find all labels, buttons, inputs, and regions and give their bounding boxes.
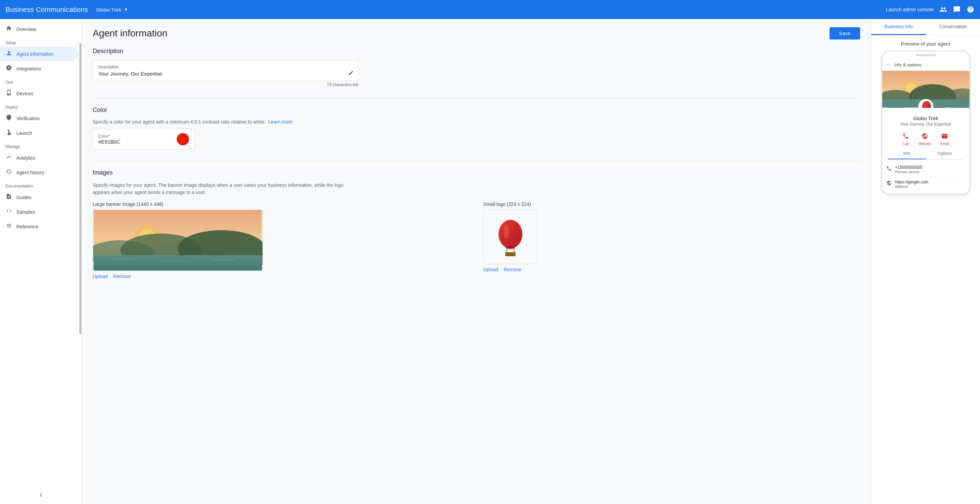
email-icon — [941, 133, 948, 141]
sidebar-item-overview[interactable]: Overview — [0, 22, 79, 36]
sidebar-item-samples[interactable]: Samples — [0, 204, 79, 219]
email-label: Email — [940, 142, 949, 146]
people-icon[interactable] — [939, 5, 947, 14]
banner-upload-section: Large banner image (1440 x 448) — [92, 201, 469, 279]
description-section: Description Description Your Journey, Ou… — [92, 48, 860, 87]
color-subtitle: Specify a color for your agent with a mi… — [92, 119, 860, 125]
app-title: Business Communications — [5, 6, 88, 14]
sidebar-label-agent-information: Agent information — [16, 51, 54, 57]
shield-icon — [5, 114, 12, 122]
help-icon[interactable] — [966, 5, 975, 14]
phone-notch — [916, 54, 936, 56]
top-nav: Business Communications Globo Trek ▼ Lau… — [0, 0, 980, 19]
images-grid: Large banner image (1440 x 448) — [92, 201, 860, 279]
svg-point-13 — [504, 225, 509, 239]
images-subtitle: Specify images for your agent. The banne… — [92, 182, 358, 196]
logo-upload-link[interactable]: Upload — [483, 267, 498, 272]
website-icon — [921, 133, 928, 141]
logo-preview — [483, 210, 538, 264]
color-learn-more-link[interactable]: Learn more — [268, 119, 293, 125]
description-box[interactable]: Description Your Journey, Our Expertise — [92, 60, 358, 81]
banner-upload-link[interactable]: Upload — [92, 274, 108, 279]
preview-tabs: Business info Conversation — [871, 19, 980, 35]
color-input-wrapper[interactable]: Color* #E91B0C — [92, 128, 195, 150]
color-section: Color Specify a color for your agent wit… — [92, 106, 860, 150]
logo-remove-link[interactable]: Remove — [504, 267, 521, 272]
images-section-title: Images — [92, 169, 860, 176]
phone-actions: Call Website Email — [882, 130, 969, 148]
phone-mockup: ← Info & options — [881, 51, 970, 195]
phone-banner — [882, 70, 969, 108]
sidebar-item-integrations[interactable]: Integrations — [0, 61, 79, 76]
brand-selector[interactable]: Globo Trek ▼ — [96, 7, 128, 13]
preview-panel: Business info Conversation Preview of yo… — [871, 19, 980, 504]
tab-conversation[interactable]: Conversation — [926, 19, 980, 35]
scroll-indicator — [80, 43, 81, 334]
phone-action-email[interactable]: Email — [940, 133, 949, 146]
tab-business-info[interactable]: Business info — [871, 19, 926, 35]
launch-admin-link[interactable]: Launch admin console — [886, 7, 934, 12]
svg-point-30 — [924, 103, 926, 108]
svg-point-12 — [498, 220, 522, 249]
setup-section-label: Setup — [0, 36, 81, 47]
sidebar-label-reference: Reference — [16, 224, 38, 229]
banner-preview — [92, 210, 263, 271]
chat-icon[interactable] — [953, 5, 961, 14]
phone-action-website[interactable]: Website — [919, 133, 931, 146]
banner-remove-link[interactable]: Remove — [113, 274, 131, 279]
banner-label: Large banner image (1440 x 448) — [92, 201, 469, 207]
sidebar-item-analytics[interactable]: Analytics — [0, 151, 79, 165]
back-arrow-icon: ← — [886, 62, 892, 68]
sidebar-item-devices[interactable]: Devices — [0, 86, 79, 101]
phone-action-call[interactable]: Call — [902, 133, 909, 146]
integrations-icon — [5, 65, 12, 73]
phone-info-row-phone: +15555555555 Primary phone — [886, 162, 966, 177]
description-section-title: Description — [92, 48, 860, 55]
call-label: Call — [903, 142, 908, 146]
sidebar-item-reference[interactable]: Reference — [0, 219, 79, 234]
svg-line-15 — [506, 248, 507, 252]
reference-icon — [5, 223, 12, 230]
color-value: #E91B0C — [99, 139, 120, 145]
banner-actions: Upload Remove — [92, 274, 469, 279]
sidebar-label-samples: Samples — [16, 209, 35, 215]
page-header: Agent information Save — [92, 27, 860, 40]
save-button[interactable]: Save — [829, 27, 860, 40]
analytics-icon — [5, 154, 12, 162]
main-layout: Overview Setup Agent information Integra… — [0, 19, 980, 504]
description-counter: 73 characters left — [92, 82, 358, 87]
svg-rect-7 — [94, 255, 262, 271]
sidebar-item-guides[interactable]: Guides — [0, 190, 79, 204]
sidebar-label-guides: Guides — [16, 195, 31, 200]
color-section-title: Color — [92, 106, 860, 114]
sidebar-label-agent-history: Agent history — [16, 170, 44, 175]
devices-icon — [5, 89, 12, 97]
phone-info-rows: +15555555555 Primary phone https://googl… — [882, 160, 969, 194]
phone-agent-name: Globo Trek — [888, 116, 964, 121]
phone-tab-info[interactable]: Info — [888, 148, 926, 159]
phone-header-title: Info & options — [894, 62, 922, 67]
sidebar-item-verification[interactable]: Verification — [0, 111, 79, 125]
deploy-section-label: Deploy — [0, 101, 81, 111]
sidebar-collapse-button[interactable] — [0, 492, 81, 499]
sidebar-label-analytics: Analytics — [16, 155, 35, 161]
phone-row-call-icon — [886, 166, 892, 173]
images-section: Images Specify images for your agent. Th… — [92, 169, 860, 279]
phone-agent-desc: Your Journey, Our Expertise — [888, 122, 964, 127]
test-section-label: Test — [0, 76, 81, 86]
guides-icon — [5, 193, 12, 201]
sidebar: Overview Setup Agent information Integra… — [0, 19, 82, 504]
description-edit-icon[interactable] — [348, 70, 354, 76]
phone-tab-options[interactable]: Options — [926, 148, 964, 159]
history-icon — [5, 168, 12, 176]
color-swatch[interactable] — [177, 133, 189, 145]
main-content: Agent information Save Description Descr… — [82, 19, 871, 504]
sidebar-label-verification: Verification — [16, 116, 40, 121]
phone-number: +15555555555 — [895, 165, 923, 170]
sidebar-item-agent-history[interactable]: Agent history — [0, 165, 79, 180]
sidebar-item-launch[interactable]: Launch — [0, 125, 79, 140]
launch-icon — [5, 129, 12, 137]
sidebar-item-agent-information[interactable]: Agent information — [0, 47, 79, 61]
phone-row-website-icon — [886, 181, 892, 187]
sidebar-label-launch: Launch — [16, 130, 32, 136]
